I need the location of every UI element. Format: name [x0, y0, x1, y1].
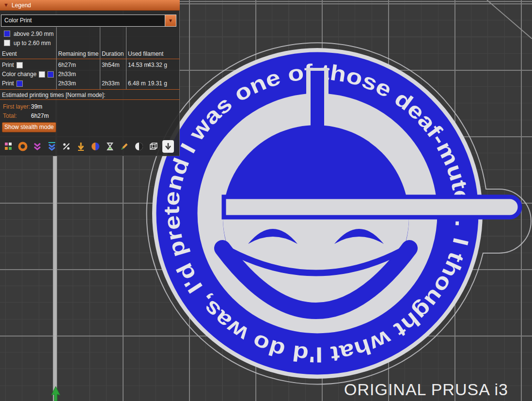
deretractions-icon[interactable] — [61, 140, 72, 153]
event-label: Print — [2, 62, 14, 68]
range-row-above: above 2.90 mm — [4, 30, 54, 37]
legend-titlebar[interactable]: ▼ Legend — [0, 0, 180, 11]
first-layer-value: 39m — [31, 103, 42, 110]
blue-range-swatch — [4, 31, 10, 37]
seams-icon[interactable] — [75, 140, 87, 153]
cap-bill — [224, 197, 520, 217]
table-row: Color change 2h33m — [0, 71, 180, 79]
first-layer-label: First layer: — [3, 103, 30, 110]
preview-box-icon[interactable] — [148, 140, 159, 153]
estimated-times-title: Estimated printing times [Normal mode]: — [2, 92, 105, 98]
filament-swatch-blue — [47, 71, 54, 78]
remaining-time: 2h33m — [58, 71, 76, 78]
remaining-time-header: Remaining time — [58, 50, 98, 57]
filament-length: 6.48 m — [128, 80, 146, 87]
used-filament-header: Used filament — [128, 50, 163, 57]
duration: 2h33m — [102, 80, 120, 87]
y-axis-arrow — [49, 385, 62, 401]
preview-3d-viewport[interactable]: I thought what I'd do was, I'd pretend I… — [0, 0, 532, 401]
legend-panel: ▼ Legend Color Print ▼ above 2.90 mm up … — [0, 0, 180, 156]
filament-swatch-white — [39, 71, 45, 78]
white-range-swatch — [4, 40, 10, 46]
bed-label: ORIGINAL PRUSA i3 — [344, 380, 508, 399]
orange-rule — [0, 59, 180, 59]
custom-gcodes-icon[interactable] — [119, 140, 130, 153]
filament-weight: 19.31 g — [148, 80, 167, 87]
total-time-row: Total: 6h27m — [3, 112, 17, 119]
table-row: Print 6h27m 3h54m 14.53 m 43.32 g — [0, 62, 180, 70]
orange-rule — [0, 99, 180, 100]
total-label: Total: — [3, 112, 17, 119]
retractions-icon[interactable] — [46, 140, 58, 153]
bed-corner-edge — [487, 0, 532, 39]
remaining-time: 6h27m — [58, 62, 76, 68]
layer-slider-track[interactable] — [53, 156, 57, 401]
duration-header: Duration — [102, 50, 124, 57]
object-icon[interactable] — [17, 140, 29, 153]
events-table-header: Event Remaining time Duration Used filam… — [0, 50, 180, 59]
show-stealth-mode-button[interactable]: Show stealth mode — [2, 122, 56, 132]
filament-weight: 43.32 g — [148, 62, 167, 68]
shells-icon[interactable] — [133, 140, 145, 153]
total-value: 6h27m — [31, 112, 49, 119]
table-row: Print 2h33m 2h33m 6.48 m 19.31 g — [0, 80, 180, 88]
color-changes-icon[interactable] — [90, 140, 101, 153]
printed-object-laughing-man[interactable]: I thought what I'd do was, I'd pretend I… — [152, 48, 520, 379]
range-label: up to 2.60 mm — [14, 40, 51, 47]
combobox-dropdown-icon[interactable]: ▼ — [165, 15, 176, 26]
event-column-header: Event — [2, 50, 17, 57]
first-layer-row: First layer: 39m — [3, 103, 30, 110]
view-mode-value[interactable]: Color Print — [1, 15, 165, 26]
range-row-upto: up to 2.60 mm — [4, 39, 51, 47]
pause-prints-icon[interactable] — [104, 140, 116, 153]
collapse-triangle-icon[interactable]: ▼ — [3, 2, 9, 8]
orange-rule — [0, 89, 180, 90]
filament-length: 14.53 m — [128, 62, 149, 68]
legend-icon[interactable] — [162, 140, 174, 153]
filament-swatch-blue — [16, 80, 23, 87]
range-label: above 2.90 mm — [14, 31, 54, 37]
cap-tab — [311, 71, 324, 132]
feature-types-icon[interactable] — [2, 140, 14, 153]
filament-swatch-white — [16, 62, 23, 68]
event-label: Print — [2, 80, 14, 87]
event-label: Color change — [2, 71, 36, 78]
legend-title: Legend — [12, 2, 31, 9]
view-mode-combobox[interactable]: Color Print ▼ — [1, 15, 176, 27]
duration: 3h54m — [102, 62, 120, 68]
travels-icon[interactable] — [31, 140, 43, 153]
remaining-time: 2h33m — [58, 80, 76, 87]
legend-toolbar — [2, 140, 174, 153]
